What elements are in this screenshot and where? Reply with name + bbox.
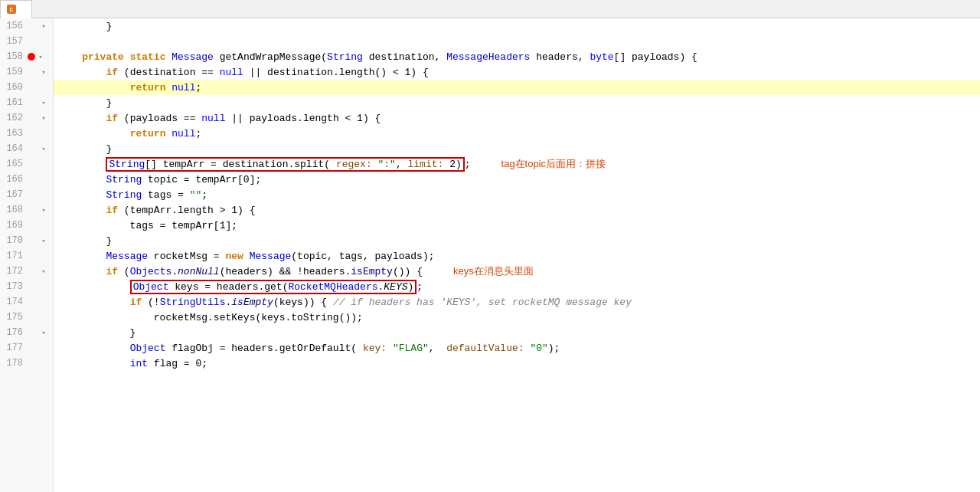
code-line: tags = tempArr[1];: [54, 218, 980, 233]
annotation-comment: tag在topic后面用：拼接: [501, 157, 606, 171]
line-content: if (!StringUtils.isEmpty(keys)) { // if …: [58, 297, 632, 308]
gutter-row: 177: [0, 340, 53, 356]
code-line: Object keys = headers.get(RocketMQHeader…: [54, 279, 980, 294]
line-number: 164: [0, 143, 28, 154]
line-number: 165: [0, 159, 28, 169]
line-content: }: [58, 97, 112, 109]
code-line: int flag = 0;: [54, 356, 980, 371]
gutter-row: 171: [0, 248, 53, 264]
code-line: if (Objects.nonNull(headers) && !headers…: [54, 264, 980, 279]
line-number: 156: [0, 21, 28, 31]
line-number: 175: [0, 312, 28, 323]
code-line: String[] tempArr = destination.split( re…: [54, 156, 980, 172]
line-content: private static Message getAndWrapMessage…: [58, 51, 697, 63]
fold-arrow-icon[interactable]: ▾: [38, 113, 49, 123]
line-number: 159: [0, 67, 28, 77]
code-line: if (tempArr.length > 1) {: [54, 202, 980, 218]
line-number: 178: [0, 358, 28, 369]
line-content: Object keys = headers.get(RocketMQHeader…: [58, 281, 423, 293]
gutter-row: 173: [0, 279, 53, 294]
tab-bar: C: [0, 0, 980, 18]
fold-arrow-icon[interactable]: ▾: [38, 97, 49, 108]
fold-arrow-icon[interactable]: ▾: [38, 21, 49, 31]
code-line: }: [54, 325, 980, 340]
code-line: if (destination == null || destination.l…: [54, 64, 980, 80]
editor: 156▾157158▾159▾160161▾162▾163164▾1651661…: [0, 18, 980, 492]
code-area: 156▾157158▾159▾160161▾162▾163164▾1651661…: [0, 18, 980, 492]
line-content: Object flagObj = headers.getOrDefault( k…: [58, 343, 560, 354]
gutter-row: 170▾: [0, 233, 53, 248]
gutter-row: 176▾: [0, 325, 53, 340]
code-line: }: [54, 141, 980, 156]
java-file-icon: C: [7, 5, 16, 14]
fold-arrow-icon[interactable]: ▾: [38, 327, 49, 338]
gutter-row: 178: [0, 356, 53, 371]
line-content: return null;: [58, 128, 201, 139]
line-number: 172: [0, 266, 28, 277]
gutter-row: 157: [0, 34, 53, 49]
line-content: Message rocketMsg = new Message(topic, t…: [58, 251, 435, 262]
code-line: String topic = tempArr[0];: [54, 172, 980, 187]
line-content: if (destination == null || destination.l…: [58, 67, 429, 78]
fold-arrow-icon[interactable]: ▾: [38, 205, 49, 215]
line-number: 169: [0, 220, 28, 231]
gutter-row: 174: [0, 294, 53, 310]
code-line: return null;: [54, 80, 980, 95]
fold-arrow-icon[interactable]: ▾: [35, 51, 46, 62]
line-number: 161: [0, 97, 28, 108]
code-line: String tags = "";: [54, 187, 980, 202]
line-content: }: [58, 143, 112, 155]
line-number: 166: [0, 174, 28, 185]
line-content: tags = tempArr[1];: [58, 220, 237, 231]
code-line: [54, 34, 980, 49]
gutter-row: 172▾: [0, 264, 53, 279]
line-content: String tags = "";: [58, 189, 207, 201]
fold-arrow-icon[interactable]: ▾: [38, 67, 49, 77]
code-line: if (payloads == null || payloads.length …: [54, 110, 980, 126]
gutter-row: 156▾: [0, 18, 53, 34]
line-content: }: [58, 235, 112, 247]
gutter-row: 169: [0, 218, 53, 233]
gutter: 156▾157158▾159▾160161▾162▾163164▾1651661…: [0, 18, 54, 492]
line-number: 168: [0, 205, 28, 215]
code-line: }: [54, 18, 980, 34]
line-number: 167: [0, 189, 28, 200]
gutter-row: 163: [0, 126, 53, 141]
file-tab[interactable]: C: [0, 0, 32, 18]
code-line: return null;: [54, 126, 980, 141]
line-content: return null;: [58, 82, 201, 93]
gutter-row: 161▾: [0, 95, 53, 110]
code-line: Object flagObj = headers.getOrDefault( k…: [54, 340, 980, 356]
line-number: 174: [0, 297, 28, 307]
line-number: 160: [0, 82, 28, 93]
gutter-row: 158▾: [0, 49, 53, 64]
line-content: int flag = 0;: [58, 358, 207, 369]
line-content: if (payloads == null || payloads.length …: [58, 113, 381, 124]
breakpoint-icon[interactable]: [28, 53, 35, 61]
code-line: Message rocketMsg = new Message(topic, t…: [54, 248, 980, 264]
line-number: 158: [0, 51, 28, 62]
line-number: 157: [0, 36, 28, 47]
annotation-comment: keys在消息头里面: [453, 264, 534, 278]
line-content: if (tempArr.length > 1) {: [58, 205, 255, 216]
line-number: 162: [0, 113, 28, 123]
code-line: private static Message getAndWrapMessage…: [54, 49, 980, 64]
fold-arrow-icon[interactable]: ▾: [38, 143, 49, 154]
line-content: rocketMsg.setKeys(keys.toString());: [58, 312, 363, 323]
code-line: rocketMsg.setKeys(keys.toString());: [54, 310, 980, 325]
fold-arrow-icon[interactable]: ▾: [38, 266, 49, 277]
line-content: if (Objects.nonNull(headers) && !headers…: [58, 266, 423, 277]
gutter-row: 166: [0, 172, 53, 187]
gutter-row: 164▾: [0, 141, 53, 156]
code-lines[interactable]: } private static Message getAndWrapMessa…: [54, 18, 980, 492]
line-number: 177: [0, 343, 28, 353]
line-content: String topic = tempArr[0];: [58, 174, 261, 185]
fold-arrow-icon[interactable]: ▾: [38, 235, 49, 246]
line-number: 176: [0, 327, 28, 338]
gutter-row: 162▾: [0, 110, 53, 126]
line-content: }: [58, 21, 112, 32]
gutter-row: 168▾: [0, 202, 53, 218]
line-number: 171: [0, 251, 28, 261]
gutter-row: 160: [0, 80, 53, 95]
code-line: }: [54, 233, 980, 248]
